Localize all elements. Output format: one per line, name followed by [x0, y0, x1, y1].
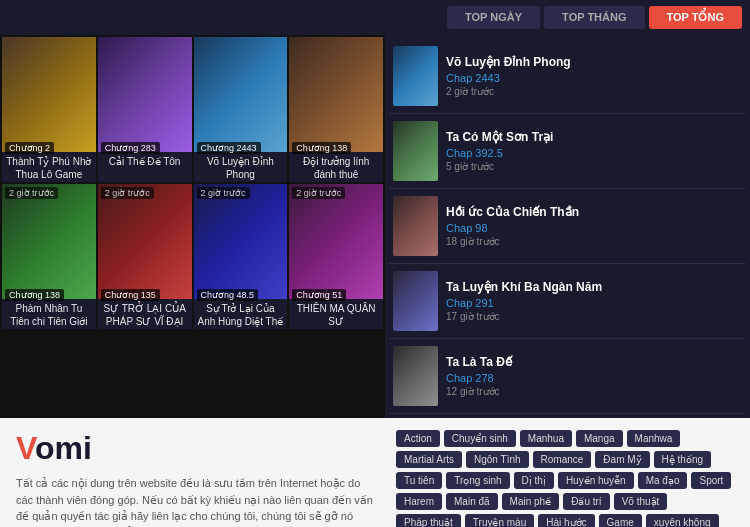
tag[interactable]: Martial Arts	[396, 451, 462, 468]
manga-cover	[98, 184, 192, 299]
manga-title: Sự Trở Lại Của Anh Hùng Diệt Thế	[194, 299, 288, 329]
sidebar-cover	[393, 346, 438, 406]
tag[interactable]: Truyện màu	[465, 514, 534, 527]
tag[interactable]: Ma đạo	[638, 472, 688, 489]
sidebar-chapter: Chap 392.5	[446, 147, 742, 159]
sidebar-cover	[393, 46, 438, 106]
chapter-badge: Chương 283	[101, 142, 160, 154]
manga-cover	[194, 37, 288, 152]
chapter-badge: Chương 51	[292, 289, 346, 301]
footer-left: Vomi Tất cả các nội dung trên website đề…	[16, 430, 376, 527]
manga-title: Đội trưởng lính đánh thuê	[289, 152, 383, 182]
tag[interactable]: xuyên không	[646, 514, 719, 527]
sidebar-thumb	[393, 46, 438, 106]
footer-tags-section: ActionChuyển sinhManhuaMangaManhwaMartia…	[396, 430, 734, 527]
manga-card[interactable]: 2 giờ trước Chương 51 THIÊN MA QUÂN SƯ	[289, 184, 383, 329]
tag[interactable]: Pháp thuật	[396, 514, 461, 527]
sidebar-item[interactable]: Võ Luyện Đỉnh Phong Chap 2443 2 giờ trướ…	[389, 39, 746, 114]
sidebar-time: 17 giờ trước	[446, 311, 742, 322]
manga-card[interactable]: 2 giờ trước Chương 138 Phàm Nhân Tu Tiên…	[2, 184, 96, 329]
logo-rest: omi	[35, 430, 92, 466]
time-badge: 2 giờ trước	[101, 187, 154, 199]
tag[interactable]: Tu tiên	[396, 472, 442, 489]
manga-card[interactable]: Chương 138 Đội trưởng lính đánh thuê	[289, 37, 383, 182]
tag[interactable]: Main đã	[446, 493, 498, 510]
tag[interactable]: Trọng sinh	[446, 472, 509, 489]
manga-card[interactable]: Chương 2443 Võ Luyện Đỉnh Phong	[194, 37, 288, 182]
manga-card[interactable]: Chương 2 Thành Tỷ Phú Nhờ Thua Lô Game	[2, 37, 96, 182]
tag[interactable]: Manga	[576, 430, 623, 447]
main-layout: Chương 2 Thành Tỷ Phú Nhờ Thua Lô Game C…	[0, 35, 750, 418]
manga-cover	[289, 37, 383, 152]
tag[interactable]: Đấu trí	[563, 493, 609, 510]
manga-title: SỰ TRỞ LẠI CỦA PHÁP SƯ VĨ ĐẠI SAU	[98, 299, 192, 329]
sidebar-thumb	[393, 346, 438, 406]
sidebar-manga-title: Hồi ức Của Chiến Thần	[446, 205, 742, 219]
cover-image	[289, 184, 383, 299]
manga-cover	[2, 37, 96, 152]
sidebar-cover	[393, 271, 438, 331]
sidebar-time: 5 giờ trước	[446, 161, 742, 172]
tag[interactable]: Main phế	[502, 493, 560, 510]
chapter-badge: Chương 2443	[197, 142, 261, 154]
cover-image	[98, 184, 192, 299]
sidebar-manga-title: Ta Có Một Sơn Trại	[446, 130, 742, 144]
sidebar-manga-title: Ta Luyện Khí Ba Ngàn Năm	[446, 280, 742, 294]
sidebar-cover	[393, 196, 438, 256]
sidebar-chapter: Chap 2443	[446, 72, 742, 84]
tag[interactable]: Đam Mỹ	[595, 451, 649, 468]
sidebar-thumb	[393, 271, 438, 331]
chapter-badge: Chương 2	[5, 142, 54, 154]
tag[interactable]: Harem	[396, 493, 442, 510]
sidebar-item[interactable]: Ta Có Một Sơn Trại Chap 392.5 5 giờ trướ…	[389, 114, 746, 189]
manga-title: Thành Tỷ Phú Nhờ Thua Lô Game	[2, 152, 96, 182]
tab-top-ngay[interactable]: TOP NGÀY	[447, 6, 540, 29]
sidebar-time: 18 giờ trước	[446, 236, 742, 247]
manga-cover	[2, 184, 96, 299]
sidebar-info: Võ Luyện Đỉnh Phong Chap 2443 2 giờ trướ…	[446, 55, 742, 97]
tag[interactable]: Võ thuật	[614, 493, 668, 510]
footer: Vomi Tất cả các nội dung trên website đề…	[0, 418, 750, 527]
footer-description: Tất cả các nội dung trên website đều là …	[16, 475, 376, 527]
logo-v: V	[16, 430, 35, 466]
tag[interactable]: Manhua	[520, 430, 572, 447]
sidebar-time: 2 giờ trước	[446, 86, 742, 97]
chapter-badge: Chương 135	[101, 289, 160, 301]
tag[interactable]: Chuyển sinh	[444, 430, 516, 447]
tag[interactable]: Manhwa	[627, 430, 681, 447]
sidebar-info: Ta Luyện Khí Ba Ngàn Năm Chap 291 17 giờ…	[446, 280, 742, 322]
tag[interactable]: Romance	[533, 451, 592, 468]
tag[interactable]: Sport	[691, 472, 731, 489]
sidebar-item[interactable]: Hồi ức Của Chiến Thần Chap 98 18 giờ trư…	[389, 189, 746, 264]
manga-title: Cải Thế Đế Tôn	[98, 152, 192, 182]
tag[interactable]: Dị thị	[514, 472, 554, 489]
tag[interactable]: Hài hước	[538, 514, 594, 527]
manga-title: Võ Luyện Đỉnh Phong	[194, 152, 288, 182]
sidebar-manga-title: Ta Là Ta Đế	[446, 355, 742, 369]
cover-image	[289, 37, 383, 152]
tag[interactable]: Ngôn Tình	[466, 451, 529, 468]
tags-grid: ActionChuyển sinhManhuaMangaManhwaMartia…	[396, 430, 734, 527]
tag[interactable]: Game	[599, 514, 642, 527]
manga-title: Phàm Nhân Tu Tiên chi Tiên Giới thiên	[2, 299, 96, 329]
cover-image	[2, 37, 96, 152]
sidebar-chapter: Chap 291	[446, 297, 742, 309]
tag[interactable]: Action	[396, 430, 440, 447]
chapter-badge: Chương 138	[292, 142, 351, 154]
tag[interactable]: Hệ thống	[654, 451, 711, 468]
chapter-badge: Chương 48.5	[197, 289, 259, 301]
manga-card[interactable]: Chương 283 Cải Thế Đế Tôn	[98, 37, 192, 182]
manga-card[interactable]: 2 giờ trước Chương 48.5 Sự Trở Lại Của A…	[194, 184, 288, 329]
sidebar-time: 12 giờ trước	[446, 386, 742, 397]
tag[interactable]: Huyền huyễn	[558, 472, 634, 489]
manga-card[interactable]: 2 giờ trước Chương 135 SỰ TRỞ LẠI CỦA PH…	[98, 184, 192, 329]
tab-top-tong[interactable]: TOP TỔNG	[649, 6, 743, 29]
tab-top-thang[interactable]: TOP THÁNG	[544, 6, 644, 29]
sidebar-chapter: Chap 278	[446, 372, 742, 384]
sidebar-item[interactable]: Ta Luyện Khí Ba Ngàn Năm Chap 291 17 giờ…	[389, 264, 746, 339]
sidebar-item[interactable]: Ta Là Ta Đế Chap 278 12 giờ trước	[389, 339, 746, 414]
manga-grid-section: Chương 2 Thành Tỷ Phú Nhờ Thua Lô Game C…	[0, 35, 385, 418]
time-badge: 2 giờ trước	[292, 187, 345, 199]
cover-image	[194, 37, 288, 152]
manga-grid: Chương 2 Thành Tỷ Phú Nhờ Thua Lô Game C…	[0, 35, 385, 331]
